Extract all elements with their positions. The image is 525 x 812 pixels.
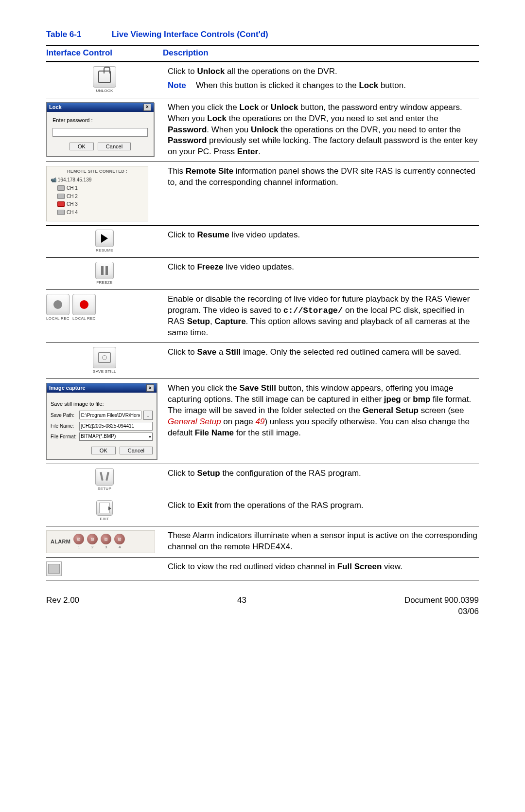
footer-date: 03/06 bbox=[404, 606, 479, 617]
cancel-button[interactable]: Cancel bbox=[98, 143, 131, 150]
column-headers: Interface Control Description bbox=[46, 45, 479, 62]
dialog-title: Image capture bbox=[49, 384, 86, 392]
icon-caption: RESUME bbox=[96, 248, 113, 253]
channel-label: CH 3 bbox=[67, 201, 78, 208]
description-cell: This Remote Site information panel shows… bbox=[168, 166, 479, 188]
ok-button[interactable]: OK bbox=[70, 143, 94, 150]
icon-caption: LOCAL REC bbox=[72, 316, 96, 322]
table-row: UNLOCK Click to Unlock all the operation… bbox=[46, 62, 479, 98]
description-cell: Click to Resume live video updates. bbox=[168, 230, 479, 241]
channel-label: CH 2 bbox=[67, 193, 78, 200]
note-label: Note bbox=[168, 81, 186, 90]
password-prompt: Enter password : bbox=[52, 117, 148, 124]
description-cell: These Alarm indicators illuminate when a… bbox=[168, 530, 479, 553]
dialog-title: Lock bbox=[49, 104, 62, 111]
col-description: Description bbox=[163, 48, 209, 59]
remote-ip: 📹 164.178.45.139 bbox=[50, 177, 145, 183]
alarm-indicator: ⦻2 bbox=[87, 534, 98, 550]
camera-icon bbox=[57, 194, 65, 199]
description-cell: Click to Unlock all the operations on th… bbox=[168, 66, 479, 91]
camera-icon bbox=[57, 210, 65, 215]
record-active-icon bbox=[80, 300, 88, 309]
icon-caption: SAVE STILL bbox=[93, 369, 116, 375]
play-icon bbox=[101, 234, 108, 243]
alarm-indicator: ⦻3 bbox=[101, 534, 111, 550]
capture-prompt: Save still image to file: bbox=[51, 400, 153, 408]
exit-button[interactable] bbox=[96, 500, 113, 516]
password-input[interactable] bbox=[52, 128, 148, 137]
browse-button[interactable]: .. bbox=[143, 411, 153, 420]
icon-caption: FREEZE bbox=[96, 280, 112, 286]
description-cell: Click to Setup the configuration of the … bbox=[168, 468, 479, 479]
table-row: REMOTE SITE CONNETED : 📹 164.178.45.139 … bbox=[46, 162, 479, 226]
alarm-indicator-bar: ALARM ⦻1 ⦻2 ⦻3 ⦻4 bbox=[46, 530, 155, 554]
file-format-label: File Format: bbox=[51, 433, 77, 440]
general-setup-link[interactable]: General Setup bbox=[168, 417, 221, 426]
camera-icon bbox=[57, 185, 65, 191]
exit-icon bbox=[99, 503, 110, 513]
page-footer: Rev 2.00 43 Document 900.0399 03/06 bbox=[46, 595, 479, 617]
alarm-indicator: ⦻1 bbox=[73, 534, 84, 550]
table-row: Lock× Enter password : OK Cancel When yo… bbox=[46, 98, 479, 162]
page-ref-link[interactable]: 49 bbox=[256, 417, 265, 426]
alarm-label: ALARM bbox=[51, 538, 70, 545]
file-name-label: File Name: bbox=[51, 423, 77, 430]
channel-label: CH 4 bbox=[67, 209, 78, 216]
cancel-button[interactable]: Cancel bbox=[120, 447, 153, 454]
table-row: RESUME Click to Resume live video update… bbox=[46, 226, 479, 258]
channel-label: CH 1 bbox=[67, 185, 78, 192]
file-format-select[interactable]: BITMAP(*.BMP) bbox=[79, 433, 153, 441]
ok-button[interactable]: OK bbox=[91, 447, 116, 454]
col-interface-control: Interface Control bbox=[46, 48, 163, 59]
table-number: Table 6-1 bbox=[46, 29, 109, 40]
description-cell: Click to view the red outlined video cha… bbox=[168, 561, 479, 573]
pause-icon bbox=[101, 266, 108, 275]
icon-caption: EXIT bbox=[100, 517, 109, 522]
footer-rev: Rev 2.00 bbox=[46, 595, 79, 617]
alarm-indicator: ⦻4 bbox=[114, 534, 125, 550]
local-rec-off-button[interactable] bbox=[46, 294, 70, 315]
tools-icon bbox=[100, 472, 109, 482]
table-row: SAVE STILL Click to Save a Still image. … bbox=[46, 343, 479, 379]
description-cell: Click to Freeze live video updates. bbox=[168, 262, 479, 273]
icon-caption: LOCAL REC bbox=[46, 316, 70, 322]
storage-path: c://Storage/ bbox=[283, 306, 343, 315]
save-path-input[interactable] bbox=[79, 411, 141, 419]
camera-snapshot-icon bbox=[98, 352, 111, 363]
resume-button[interactable] bbox=[95, 230, 114, 247]
close-button[interactable]: × bbox=[143, 104, 151, 111]
save-still-button[interactable] bbox=[93, 347, 116, 368]
table-row: FREEZE Click to Freeze live video update… bbox=[46, 258, 479, 290]
remote-site-panel: REMOTE SITE CONNETED : 📹 164.178.45.139 … bbox=[46, 166, 148, 221]
table-row: LOCAL REC LOCAL REC Enable or disable th… bbox=[46, 290, 479, 343]
close-button[interactable]: × bbox=[146, 384, 154, 392]
local-rec-on-button[interactable] bbox=[72, 294, 96, 315]
setup-button[interactable] bbox=[95, 468, 114, 486]
table-row: EXIT Click to Exit from the operations o… bbox=[46, 496, 479, 526]
record-icon bbox=[53, 300, 62, 309]
freeze-button[interactable] bbox=[95, 262, 114, 279]
table-row: Image capture× Save still image to file:… bbox=[46, 379, 479, 464]
footer-page-number: 43 bbox=[237, 595, 246, 617]
unlock-button[interactable] bbox=[93, 66, 116, 88]
panel-header: REMOTE SITE CONNETED : bbox=[50, 168, 145, 174]
lock-dialog: Lock× Enter password : OK Cancel bbox=[46, 102, 154, 157]
file-name-input[interactable] bbox=[79, 422, 153, 431]
table-title-text: Live Viewing Interface Controls (Cont'd) bbox=[112, 30, 268, 39]
table-row: ALARM ⦻1 ⦻2 ⦻3 ⦻4 These Alarm indicators… bbox=[46, 526, 479, 558]
footer-doc-number: Document 900.0399 bbox=[404, 595, 479, 606]
unlock-icon bbox=[98, 71, 111, 83]
camera-icon-active bbox=[57, 201, 65, 207]
description-cell: Click to Save a Still image. Only the se… bbox=[168, 347, 479, 358]
description-cell: Enable or disable the recording of live … bbox=[168, 294, 479, 339]
table-caption: Table 6-1 Live Viewing Interface Control… bbox=[46, 29, 479, 40]
image-capture-dialog: Image capture× Save still image to file:… bbox=[46, 383, 157, 460]
fullscreen-button[interactable] bbox=[46, 561, 62, 576]
table-row: SETUP Click to Setup the configuration o… bbox=[46, 464, 479, 496]
icon-caption: SETUP bbox=[98, 487, 111, 492]
table-row: Click to view the red outlined video cha… bbox=[46, 558, 479, 580]
description-cell: When you click the Save Still button, th… bbox=[168, 383, 479, 439]
description-cell: When you click the Lock or Unlock button… bbox=[168, 102, 479, 158]
fullscreen-icon bbox=[48, 564, 60, 574]
description-cell: Click to Exit from the operations of the… bbox=[168, 500, 479, 511]
